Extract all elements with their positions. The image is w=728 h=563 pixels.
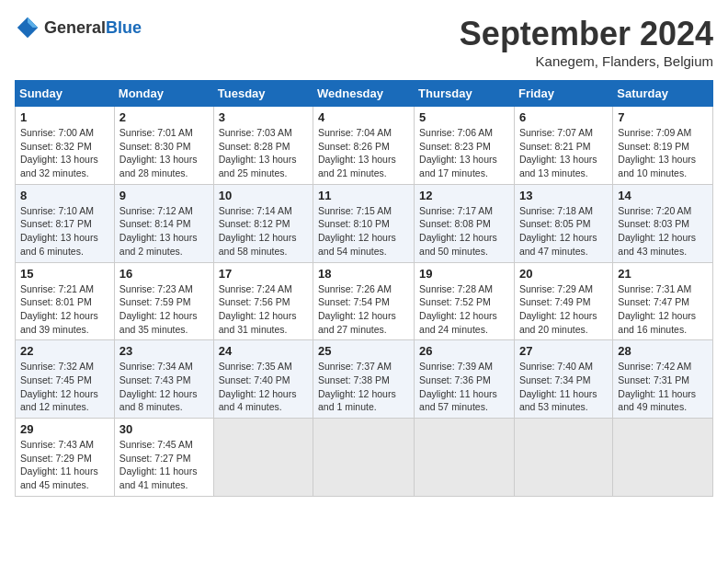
day-number: 5 — [419, 110, 509, 124]
day-number: 14 — [618, 189, 708, 202]
day-number: 29 — [20, 422, 109, 436]
day-number: 18 — [318, 267, 409, 281]
cell-info: Sunrise: 7:37 AMSunset: 7:38 PMDaylight:… — [318, 360, 409, 414]
cell-info: Sunrise: 7:18 AMSunset: 8:05 PMDaylight:… — [519, 204, 608, 259]
cell-info: Sunrise: 7:26 AMSunset: 7:54 PMDaylight:… — [318, 282, 409, 337]
day-number: 2 — [119, 110, 209, 124]
calendar-cell — [213, 419, 313, 497]
cell-info: Sunrise: 7:31 AMSunset: 7:47 PMDaylight:… — [618, 282, 708, 337]
logo-text: GeneralBlue — [44, 18, 142, 38]
cell-info: Sunrise: 7:15 AMSunset: 8:10 PMDaylight:… — [318, 204, 409, 259]
calendar-cell: 17Sunrise: 7:24 AMSunset: 7:56 PMDayligh… — [213, 262, 313, 340]
calendar-cell: 15Sunrise: 7:21 AMSunset: 8:01 PMDayligh… — [16, 262, 115, 340]
calendar-cell: 4Sunrise: 7:04 AMSunset: 8:26 PMDaylight… — [313, 107, 415, 185]
day-number: 12 — [419, 189, 509, 202]
day-number: 20 — [519, 267, 608, 281]
location: Kanegem, Flanders, Belgium — [460, 53, 713, 69]
cell-info: Sunrise: 7:03 AMSunset: 8:28 PMDaylight:… — [219, 126, 308, 180]
cell-info: Sunrise: 7:32 AMSunset: 7:45 PMDaylight:… — [20, 360, 109, 414]
day-of-week-header: Thursday — [415, 81, 515, 107]
calendar-cell — [514, 419, 612, 497]
day-number: 19 — [419, 267, 509, 281]
day-number: 27 — [519, 344, 608, 358]
cell-info: Sunrise: 7:23 AMSunset: 7:59 PMDaylight:… — [119, 282, 209, 337]
cell-info: Sunrise: 7:35 AMSunset: 7:40 PMDaylight:… — [219, 360, 308, 414]
calendar-cell — [613, 419, 713, 497]
calendar-cell: 14Sunrise: 7:20 AMSunset: 8:03 PMDayligh… — [613, 184, 713, 262]
day-number: 16 — [119, 267, 209, 281]
day-number: 30 — [119, 422, 209, 436]
cell-info: Sunrise: 7:14 AMSunset: 8:12 PMDaylight:… — [219, 204, 308, 259]
cell-info: Sunrise: 7:06 AMSunset: 8:23 PMDaylight:… — [419, 126, 509, 180]
cell-info: Sunrise: 7:01 AMSunset: 8:30 PMDaylight:… — [119, 126, 209, 180]
calendar-cell: 19Sunrise: 7:28 AMSunset: 7:52 PMDayligh… — [415, 262, 515, 340]
logo: GeneralBlue — [15, 15, 142, 40]
cell-info: Sunrise: 7:45 AMSunset: 7:27 PMDaylight:… — [119, 438, 209, 492]
calendar-cell: 11Sunrise: 7:15 AMSunset: 8:10 PMDayligh… — [313, 184, 415, 262]
day-of-week-header: Tuesday — [213, 81, 313, 107]
calendar-cell: 3Sunrise: 7:03 AMSunset: 8:28 PMDaylight… — [213, 107, 313, 185]
calendar-cell: 25Sunrise: 7:37 AMSunset: 7:38 PMDayligh… — [313, 340, 415, 419]
day-number: 28 — [618, 344, 708, 358]
day-number: 21 — [618, 267, 708, 281]
calendar-cell: 20Sunrise: 7:29 AMSunset: 7:49 PMDayligh… — [514, 262, 612, 340]
day-number: 9 — [119, 189, 209, 202]
day-number: 17 — [219, 267, 308, 281]
day-of-week-header: Sunday — [16, 81, 115, 107]
calendar-cell — [313, 419, 415, 497]
calendar-week-row: 8Sunrise: 7:10 AMSunset: 8:17 PMDaylight… — [16, 184, 713, 262]
calendar-cell — [415, 419, 515, 497]
calendar-table: SundayMondayTuesdayWednesdayThursdayFrid… — [15, 80, 713, 497]
cell-info: Sunrise: 7:29 AMSunset: 7:49 PMDaylight:… — [519, 282, 608, 337]
calendar-cell: 28Sunrise: 7:42 AMSunset: 7:31 PMDayligh… — [613, 340, 713, 419]
calendar-week-row: 1Sunrise: 7:00 AMSunset: 8:32 PMDaylight… — [16, 107, 713, 185]
calendar-cell: 12Sunrise: 7:17 AMSunset: 8:08 PMDayligh… — [415, 184, 515, 262]
day-number: 1 — [20, 110, 109, 124]
cell-info: Sunrise: 7:40 AMSunset: 7:34 PMDaylight:… — [519, 360, 608, 414]
calendar-cell: 27Sunrise: 7:40 AMSunset: 7:34 PMDayligh… — [514, 340, 612, 419]
day-of-week-header: Saturday — [613, 81, 713, 107]
cell-info: Sunrise: 7:20 AMSunset: 8:03 PMDaylight:… — [618, 204, 708, 259]
day-of-week-header: Monday — [114, 81, 213, 107]
calendar-cell: 16Sunrise: 7:23 AMSunset: 7:59 PMDayligh… — [114, 262, 213, 340]
calendar-cell: 7Sunrise: 7:09 AMSunset: 8:19 PMDaylight… — [613, 107, 713, 185]
day-number: 24 — [219, 344, 308, 358]
cell-info: Sunrise: 7:21 AMSunset: 8:01 PMDaylight:… — [20, 282, 109, 337]
logo-icon — [15, 15, 40, 40]
title-block: September 2024 Kanegem, Flanders, Belgiu… — [460, 15, 713, 69]
day-number: 26 — [419, 344, 509, 358]
cell-info: Sunrise: 7:34 AMSunset: 7:43 PMDaylight:… — [119, 360, 209, 414]
cell-info: Sunrise: 7:10 AMSunset: 8:17 PMDaylight:… — [20, 204, 109, 259]
day-number: 11 — [318, 189, 409, 202]
cell-info: Sunrise: 7:24 AMSunset: 7:56 PMDaylight:… — [219, 282, 308, 337]
cell-info: Sunrise: 7:07 AMSunset: 8:21 PMDaylight:… — [519, 126, 608, 180]
calendar-cell: 13Sunrise: 7:18 AMSunset: 8:05 PMDayligh… — [514, 184, 612, 262]
calendar-cell: 8Sunrise: 7:10 AMSunset: 8:17 PMDaylight… — [16, 184, 115, 262]
cell-info: Sunrise: 7:00 AMSunset: 8:32 PMDaylight:… — [20, 126, 109, 180]
cell-info: Sunrise: 7:28 AMSunset: 7:52 PMDaylight:… — [419, 282, 509, 337]
day-number: 25 — [318, 344, 409, 358]
calendar-header-row: SundayMondayTuesdayWednesdayThursdayFrid… — [16, 81, 713, 107]
calendar-cell: 1Sunrise: 7:00 AMSunset: 8:32 PMDaylight… — [16, 107, 115, 185]
day-number: 3 — [219, 110, 308, 124]
page-header: GeneralBlue September 2024 Kanegem, Flan… — [15, 15, 713, 69]
calendar-week-row: 29Sunrise: 7:43 AMSunset: 7:29 PMDayligh… — [16, 419, 713, 497]
day-number: 22 — [20, 344, 109, 358]
logo-blue: Blue — [106, 18, 142, 37]
calendar-cell: 5Sunrise: 7:06 AMSunset: 8:23 PMDaylight… — [415, 107, 515, 185]
day-number: 15 — [20, 267, 109, 281]
day-number: 10 — [219, 189, 308, 202]
cell-info: Sunrise: 7:17 AMSunset: 8:08 PMDaylight:… — [419, 204, 509, 259]
cell-info: Sunrise: 7:43 AMSunset: 7:29 PMDaylight:… — [20, 438, 109, 492]
calendar-cell: 2Sunrise: 7:01 AMSunset: 8:30 PMDaylight… — [114, 107, 213, 185]
day-number: 7 — [618, 110, 708, 124]
day-of-week-header: Wednesday — [313, 81, 415, 107]
logo-general: General — [44, 18, 106, 37]
day-number: 8 — [20, 189, 109, 202]
day-number: 6 — [519, 110, 608, 124]
calendar-cell: 22Sunrise: 7:32 AMSunset: 7:45 PMDayligh… — [16, 340, 115, 419]
calendar-week-row: 15Sunrise: 7:21 AMSunset: 8:01 PMDayligh… — [16, 262, 713, 340]
cell-info: Sunrise: 7:04 AMSunset: 8:26 PMDaylight:… — [318, 126, 409, 180]
cell-info: Sunrise: 7:12 AMSunset: 8:14 PMDaylight:… — [119, 204, 209, 259]
month-title: September 2024 — [460, 15, 713, 53]
